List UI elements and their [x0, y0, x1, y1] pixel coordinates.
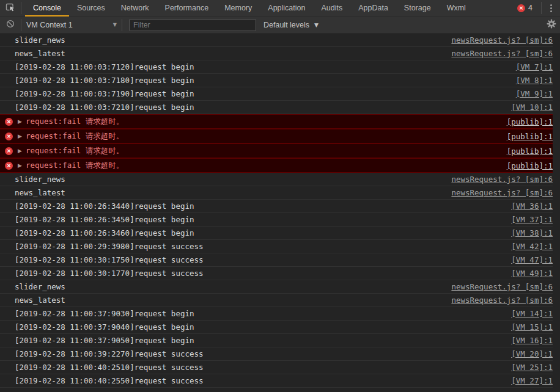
- source-link[interactable]: [VM 42]:1: [511, 242, 553, 251]
- console-message-row: [2019-02-28 11:00:03:7190]request begin[…: [0, 87, 553, 101]
- console-message-row: [2019-02-28 11:00:40:2510]request succes…: [0, 361, 553, 374]
- console-error-row: ×▶request:fail 请求超时。[publib]:1: [0, 143, 553, 158]
- expand-triangle-icon[interactable]: ▶: [18, 133, 22, 139]
- message-text: request:fail 请求超时。: [26, 161, 502, 171]
- clear-console-button[interactable]: [0, 16, 21, 33]
- message-text: [2019-02-28 11:00:39:2270]request succes…: [15, 349, 506, 358]
- toolbar-divider: [21, 2, 21, 14]
- source-link[interactable]: [VM 14]:1: [511, 309, 553, 318]
- console-message-row: [2019-02-28 11:00:26:3440]request begin[…: [0, 200, 553, 213]
- source-link[interactable]: [VM 10]:1: [511, 103, 553, 112]
- log-level-value: Default levels: [263, 21, 309, 29]
- source-link[interactable]: newsRequest.js? [sm]:6: [451, 35, 553, 45]
- message-text: [2019-02-28 11:00:37:9030]request begin: [15, 309, 506, 318]
- context-selector-value: VM Context 1: [26, 21, 73, 29]
- tab-console[interactable]: Console: [25, 0, 69, 16]
- source-link[interactable]: newsRequest.js? [sm]:6: [451, 188, 553, 197]
- console-log[interactable]: slider_newsnewsRequest.js? [sm]:6news_la…: [0, 34, 560, 392]
- tab-application[interactable]: Application: [260, 0, 313, 16]
- console-toolbar: VM Context 1 ▼ Default levels ▼: [0, 16, 560, 34]
- message-text: [2019-02-28 11:00:03:7120]request begin: [15, 62, 511, 71]
- tab-memory[interactable]: Memory: [216, 0, 260, 16]
- source-link[interactable]: [VM 8]:1: [516, 76, 553, 85]
- console-message-row: slider_newsnewsRequest.js? [sm]:6: [0, 280, 553, 294]
- message-text: [2019-02-28 11:00:29:3980]request succes…: [15, 242, 506, 251]
- message-text: [2019-02-28 11:00:37:9040]request begin: [15, 322, 506, 332]
- source-link[interactable]: [VM 36]:1: [511, 201, 553, 211]
- console-message-row: [2019-02-28 11:00:30:1750]request succes…: [0, 253, 553, 267]
- source-link[interactable]: [publib]:1: [507, 132, 553, 141]
- inspect-element-button[interactable]: [0, 0, 21, 16]
- source-link[interactable]: [VM 16]:1: [511, 336, 553, 345]
- tab-performance[interactable]: Performance: [157, 0, 217, 16]
- message-text: request:fail 请求超时。: [26, 146, 502, 156]
- toolbar-divider: [122, 19, 122, 31]
- expand-triangle-icon[interactable]: ▶: [18, 162, 22, 169]
- source-link[interactable]: [VM 37]:1: [511, 215, 553, 224]
- expand-triangle-icon[interactable]: ▶: [18, 118, 22, 125]
- source-link[interactable]: [VM 20]:1: [511, 349, 553, 358]
- console-message-row: slider_newsnewsRequest.js? [sm]:6: [0, 34, 553, 47]
- settings-button[interactable]: [543, 16, 560, 33]
- console-message-row: [2019-02-28 11:00:37:9050]request begin[…: [0, 334, 553, 347]
- tab-appdata[interactable]: AppData: [350, 0, 396, 16]
- source-link[interactable]: [VM 49]:1: [511, 269, 553, 278]
- kebab-menu-button[interactable]: [542, 0, 560, 16]
- console-message-row: slider_newsnewsRequest.js? [sm]:6: [0, 173, 553, 186]
- error-circle-icon: ×: [517, 4, 525, 12]
- devtools-window: ConsoleSourcesNetworkPerformanceMemoryAp…: [0, 0, 560, 392]
- console-message-row: [2019-02-28 11:00:37:9040]request begin[…: [0, 321, 553, 334]
- message-text: [2019-02-28 11:00:40:2510]request succes…: [15, 363, 506, 372]
- error-count: 4: [528, 4, 532, 12]
- source-link[interactable]: [VM 9]:1: [516, 89, 553, 98]
- source-link[interactable]: newsRequest.js? [sm]:6: [451, 296, 553, 305]
- message-text: [2019-02-28 11:00:37:9050]request begin: [15, 336, 506, 345]
- gear-icon: [547, 19, 556, 31]
- log-level-selector[interactable]: Default levels ▼: [259, 21, 323, 29]
- source-link[interactable]: [VM 7]:1: [516, 62, 553, 71]
- message-text: slider_news: [15, 175, 446, 184]
- message-text: [2019-02-28 11:00:03:7180]request begin: [15, 76, 511, 85]
- source-link[interactable]: newsRequest.js? [sm]:6: [451, 282, 553, 291]
- console-error-row: ×▶request:fail 请求超时。[publib]:1: [0, 129, 553, 143]
- error-icon: ×: [5, 132, 13, 140]
- panel-tabs: ConsoleSourcesNetworkPerformanceMemoryAp…: [25, 0, 474, 16]
- source-link[interactable]: [VM 38]:1: [511, 228, 553, 238]
- message-text: request:fail 请求超时。: [26, 117, 502, 127]
- console-message-row: [2019-02-28 11:00:03:7120]request begin[…: [0, 60, 553, 74]
- message-text: [2019-02-28 11:00:26:3450]request begin: [15, 215, 506, 224]
- source-link[interactable]: [publib]:1: [507, 161, 553, 170]
- source-link[interactable]: [VM 15]:1: [511, 322, 553, 332]
- source-link[interactable]: [publib]:1: [507, 147, 553, 156]
- chevron-down-icon: ▼: [314, 22, 319, 28]
- tab-storage[interactable]: Storage: [396, 0, 439, 16]
- filter-input[interactable]: [129, 19, 256, 31]
- chevron-down-icon: ▼: [113, 22, 117, 27]
- error-icon: ×: [5, 162, 13, 170]
- source-link[interactable]: [VM 47]:1: [511, 255, 553, 264]
- source-link[interactable]: newsRequest.js? [sm]:6: [451, 49, 553, 58]
- error-icon: ×: [5, 147, 13, 155]
- console-message-row: [2019-02-28 11:00:39:2270]request succes…: [0, 347, 553, 361]
- source-link[interactable]: newsRequest.js? [sm]:6: [451, 175, 553, 184]
- message-text: request:fail 请求超时。: [26, 131, 502, 142]
- source-link[interactable]: [publib]:1: [507, 117, 553, 126]
- tab-wxml[interactable]: Wxml: [439, 0, 474, 16]
- kebab-menu-icon: [550, 4, 552, 12]
- tab-network[interactable]: Network: [113, 0, 157, 16]
- error-count-badge[interactable]: × 4: [517, 4, 532, 12]
- message-text: [2019-02-28 11:00:03:7210]request begin: [15, 103, 506, 112]
- message-text: [2019-02-28 11:00:30:1770]request succes…: [15, 269, 506, 278]
- context-selector[interactable]: VM Context 1 ▼: [21, 21, 122, 29]
- message-text: [2019-02-28 11:00:26:3440]request begin: [15, 201, 506, 211]
- main-toolbar: ConsoleSourcesNetworkPerformanceMemoryAp…: [0, 0, 560, 16]
- tab-audits[interactable]: Audits: [313, 0, 350, 16]
- console-message-row: news_latestnewsRequest.js? [sm]:6: [0, 294, 553, 307]
- clear-console-icon: [6, 20, 15, 30]
- console-message-row: [2019-02-28 11:00:03:7210]request begin[…: [0, 101, 553, 114]
- source-link[interactable]: [VM 27]:1: [511, 376, 553, 385]
- source-link[interactable]: [VM 25]:1: [511, 363, 553, 372]
- tab-sources[interactable]: Sources: [69, 0, 113, 16]
- console-message-row: [2019-02-28 11:00:40:2550]request succes…: [0, 374, 553, 388]
- expand-triangle-icon[interactable]: ▶: [18, 148, 22, 154]
